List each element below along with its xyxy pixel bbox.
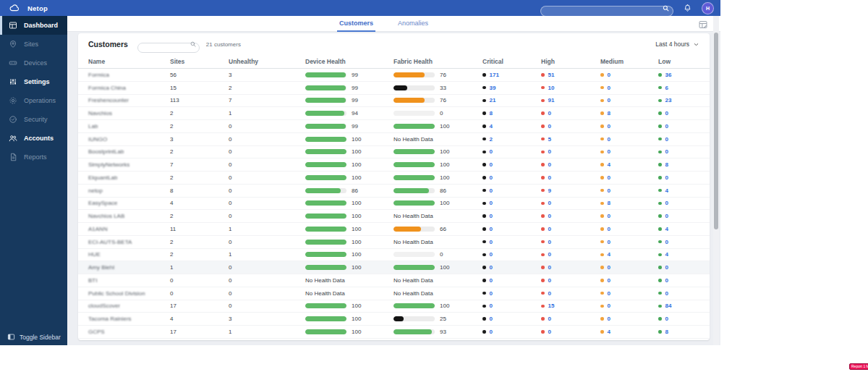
table-row[interactable]: ECI-AUTS-BETA20100No Health Data0000 [78, 236, 710, 249]
table-row[interactable]: BTI00No Health DataNo Health Data0000 [78, 274, 710, 287]
high-count-link[interactable]: 0 [548, 316, 551, 322]
low-count-link[interactable]: 8 [665, 329, 668, 335]
table-row[interactable]: Formica China1529933391006 [78, 82, 710, 95]
high-count-link[interactable]: 10 [548, 85, 555, 91]
critical-count-link[interactable]: 0 [490, 148, 493, 155]
medium-count-link[interactable]: 0 [608, 303, 610, 309]
low-count-link[interactable]: 0 [665, 136, 668, 143]
table-row[interactable]: netop8086860904 [78, 185, 710, 198]
low-count-link[interactable]: 0 [665, 316, 668, 322]
high-count-link[interactable]: 0 [548, 239, 551, 245]
critical-count-link[interactable]: 0 [490, 161, 493, 168]
low-count-link[interactable]: 0 [665, 290, 668, 297]
medium-count-link[interactable]: 4 [608, 251, 610, 258]
low-count-link[interactable]: 0 [665, 174, 668, 181]
table-row[interactable]: GCPS171100930048 [78, 326, 710, 339]
sidebar-item-accounts[interactable]: Accounts [0, 129, 67, 148]
sidebar-item-sites[interactable]: Sites [0, 35, 67, 54]
medium-count-link[interactable]: 0 [608, 264, 610, 271]
low-count-link[interactable]: 36 [665, 72, 672, 78]
critical-count-link[interactable]: 0 [490, 329, 493, 335]
low-count-link[interactable]: 0 [665, 264, 668, 271]
table-row[interactable]: HUE2110000044 [78, 249, 710, 262]
critical-count-link[interactable]: 2 [490, 136, 493, 143]
table-edit-icon[interactable] [698, 20, 708, 30]
critical-count-link[interactable]: 0 [490, 187, 493, 194]
global-search-input[interactable] [540, 6, 673, 17]
critical-count-link[interactable]: 0 [490, 251, 493, 258]
medium-count-link[interactable]: 0 [608, 277, 610, 284]
table-row[interactable]: EasySpace401001000080 [78, 198, 710, 211]
table-row[interactable]: cloudScover170100100015084 [78, 300, 710, 313]
critical-count-link[interactable]: 21 [490, 97, 496, 103]
low-count-link[interactable]: 0 [665, 123, 668, 130]
high-count-link[interactable]: 91 [548, 97, 555, 103]
notifications-bell-icon[interactable] [683, 4, 692, 13]
high-count-link[interactable]: 0 [548, 290, 551, 297]
table-row[interactable]: A1ANN111100660004 [78, 223, 710, 236]
toggle-sidebar-button[interactable]: Toggle Sidebar [7, 333, 61, 341]
critical-count-link[interactable]: 0 [490, 264, 493, 271]
critical-count-link[interactable]: 0 [490, 174, 493, 181]
critical-count-link[interactable]: 171 [490, 72, 499, 78]
high-count-link[interactable]: 0 [548, 277, 551, 284]
sidebar-item-reports[interactable]: Reports [0, 148, 67, 166]
high-count-link[interactable]: 0 [548, 110, 551, 117]
table-row[interactable]: Tacoma Rainiers43100250000 [78, 313, 710, 326]
sidebar-item-security[interactable]: Security [0, 110, 67, 129]
table-row[interactable]: Formica563997617151036 [78, 69, 710, 82]
medium-count-link[interactable]: 0 [608, 148, 610, 155]
low-count-link[interactable]: 8 [665, 161, 668, 168]
critical-count-link[interactable]: 0 [490, 226, 493, 232]
medium-count-link[interactable]: 0 [608, 213, 610, 219]
medium-count-link[interactable]: 0 [608, 97, 610, 103]
low-count-link[interactable]: 0 [665, 200, 668, 206]
high-count-link[interactable]: 0 [548, 226, 551, 232]
medium-count-link[interactable]: 4 [608, 329, 610, 335]
sidebar-item-settings[interactable]: Settings [0, 72, 67, 91]
table-row[interactable]: Navchios219408080 [78, 107, 710, 120]
table-row[interactable]: BoostprintLab201001000000 [78, 146, 710, 159]
table-row[interactable]: Public School Division00No Health DataNo… [78, 287, 710, 300]
sidebar-item-devices[interactable]: Devices [0, 54, 67, 72]
critical-count-link[interactable]: 0 [490, 303, 493, 309]
low-count-link[interactable]: 23 [665, 97, 672, 103]
high-count-link[interactable]: 51 [548, 72, 555, 78]
critical-count-link[interactable]: 0 [490, 277, 493, 284]
medium-count-link[interactable]: 0 [608, 226, 610, 232]
table-row[interactable]: SimplyNetworks701001000048 [78, 158, 710, 172]
low-count-link[interactable]: 0 [665, 277, 668, 284]
low-count-link[interactable]: 0 [665, 213, 668, 219]
critical-count-link[interactable]: 4 [490, 123, 493, 130]
high-count-link[interactable]: 0 [548, 264, 551, 271]
high-count-link[interactable]: 0 [548, 123, 551, 130]
high-count-link[interactable]: 0 [548, 174, 551, 181]
medium-count-link[interactable]: 0 [608, 85, 610, 91]
critical-count-link[interactable]: 0 [490, 290, 493, 297]
high-count-link[interactable]: 0 [548, 213, 551, 219]
critical-count-link[interactable]: 0 [490, 213, 493, 219]
medium-count-link[interactable]: 0 [608, 239, 610, 245]
low-count-link[interactable]: 0 [665, 239, 668, 245]
high-count-link[interactable]: 0 [548, 148, 551, 155]
critical-count-link[interactable]: 0 [490, 239, 493, 245]
low-count-link[interactable]: 4 [665, 187, 668, 194]
critical-count-link[interactable]: 0 [490, 316, 493, 322]
medium-count-link[interactable]: 0 [608, 316, 610, 322]
low-count-link[interactable]: 4 [665, 226, 668, 232]
low-count-link[interactable]: 0 [665, 148, 668, 155]
high-count-link[interactable]: 0 [548, 200, 551, 206]
sidebar-item-operations[interactable]: Operations [0, 91, 67, 110]
medium-count-link[interactable]: 0 [608, 72, 610, 78]
user-avatar[interactable]: H [702, 2, 714, 14]
medium-count-link[interactable]: 0 [608, 174, 610, 181]
high-count-link[interactable]: 0 [548, 329, 551, 335]
medium-count-link[interactable]: 0 [608, 136, 610, 143]
critical-count-link[interactable]: 8 [490, 110, 493, 117]
medium-count-link[interactable]: 8 [608, 110, 610, 117]
table-row[interactable]: IUNGO30100No Health Data2500 [78, 133, 710, 146]
low-count-link[interactable]: 84 [665, 303, 672, 309]
critical-count-link[interactable]: 0 [490, 200, 493, 206]
critical-count-link[interactable]: 39 [490, 85, 496, 91]
scrollbar-track[interactable] [713, 16, 719, 345]
